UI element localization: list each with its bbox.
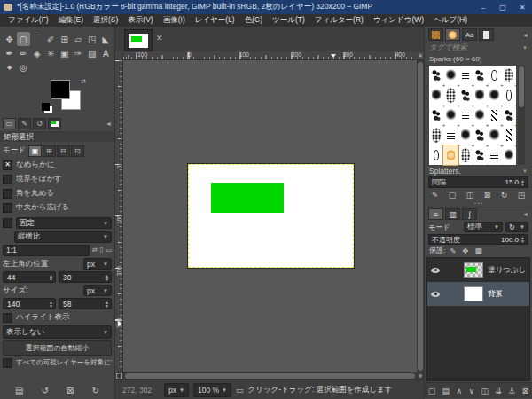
brushes-tab[interactable] xyxy=(445,28,460,41)
lower-layer-button[interactable]: ∨ xyxy=(468,387,474,395)
mode-add-button[interactable]: ⊞ xyxy=(43,145,56,157)
menu-item[interactable]: ファイル(F) xyxy=(4,15,53,26)
visibility-eye-icon[interactable] xyxy=(431,268,440,273)
navigation-preview-button[interactable]: ✥ xyxy=(417,372,424,379)
fixed-checkbox[interactable] xyxy=(3,218,12,228)
brush-item[interactable] xyxy=(458,125,473,145)
guides-dropdown[interactable]: 表示しない ▼ xyxy=(3,325,112,339)
brush-item[interactable] xyxy=(487,85,501,105)
zoom-dropdown[interactable]: 100 % ▼ xyxy=(193,383,231,397)
status-unit-dropdown[interactable]: px ▼ xyxy=(164,383,189,397)
handle-transform-tool[interactable]: ◳ xyxy=(85,32,99,46)
brush-item[interactable] xyxy=(502,66,516,85)
menu-item[interactable]: 画像(I) xyxy=(159,15,190,26)
foreground-color-swatch[interactable] xyxy=(51,80,70,99)
lock-pixels-button[interactable]: ✎ xyxy=(450,246,456,255)
menu-item[interactable]: 選択(S) xyxy=(89,15,122,26)
brush-item[interactable] xyxy=(487,106,501,125)
mode-replace-button[interactable]: ▣ xyxy=(28,145,42,157)
brush-item[interactable] xyxy=(458,66,473,85)
channels-tab[interactable]: ▥ xyxy=(445,208,460,220)
layer-row[interactable]: 塗りつぶし xyxy=(427,258,529,282)
menu-item[interactable]: ヘルプ(H) xyxy=(429,15,472,26)
device-status-tab[interactable]: ✎ xyxy=(18,118,31,129)
clone-tool[interactable]: ▣ xyxy=(58,46,72,60)
raise-layer-button[interactable]: ∧ xyxy=(456,387,462,395)
default-colors-icon[interactable] xyxy=(42,103,50,111)
patterns-tab[interactable] xyxy=(428,28,443,41)
zoom-tool[interactable]: ◎ xyxy=(17,60,31,74)
ink-tool[interactable]: ✒ xyxy=(3,46,17,60)
layer-row[interactable]: 背景 xyxy=(427,282,529,306)
brush-item[interactable] xyxy=(443,85,458,105)
brush-grid-scrollbar[interactable] xyxy=(518,66,525,165)
quick-mask-toggle[interactable] xyxy=(116,373,122,379)
anchor-layer-button[interactable]: ⚓ xyxy=(508,387,515,395)
brush-item[interactable] xyxy=(429,66,443,85)
new-layer-group-button[interactable]: ▤ xyxy=(442,387,450,395)
dock-menu-icon[interactable]: ◄ xyxy=(106,121,112,127)
layers-tab[interactable]: ≡ xyxy=(428,208,443,220)
landscape-icon[interactable]: ▭ xyxy=(106,246,112,254)
brush-item[interactable] xyxy=(429,85,443,105)
smudge-tool[interactable]: ✑ xyxy=(72,46,86,60)
highlight-checkbox[interactable] xyxy=(3,313,12,323)
edit-brush-button[interactable]: ✎ xyxy=(432,191,439,200)
size-unit-dropdown[interactable]: px ▼ xyxy=(83,285,112,296)
open-brush-as-image-button[interactable]: ◳ xyxy=(518,191,526,200)
brush-item[interactable] xyxy=(429,145,443,165)
horizontal-scrollbar[interactable] xyxy=(123,372,417,379)
airbrush-tool[interactable]: ✳ xyxy=(44,46,59,60)
delete-layer-button[interactable]: ⊠ xyxy=(522,387,529,395)
menu-item[interactable]: ツール(T) xyxy=(268,15,309,26)
spinner-arrows-icon[interactable]: ▲▼ xyxy=(105,274,109,281)
images-tab[interactable] xyxy=(48,118,61,129)
menu-item[interactable]: レイヤー(L) xyxy=(191,15,239,26)
menu-item[interactable]: ウィンドウ(W) xyxy=(369,15,428,26)
image-canvas[interactable] xyxy=(188,164,354,268)
auto-shrink-button[interactable]: 選択範囲の自動縮小 xyxy=(3,340,112,356)
minimize-button[interactable]: – xyxy=(473,0,493,14)
brush-item[interactable] xyxy=(473,145,487,165)
shrink-merged-checkbox[interactable] xyxy=(3,358,12,368)
menu-item[interactable]: 色(C) xyxy=(240,15,267,26)
move-tool[interactable]: ✥ xyxy=(3,32,17,46)
brush-item[interactable] xyxy=(487,145,501,165)
close-button[interactable]: ✕ xyxy=(512,0,532,14)
brush-item[interactable] xyxy=(458,145,473,165)
restore-tool-preset-button[interactable]: ↺ xyxy=(42,386,49,395)
fonts-tab[interactable]: Aa xyxy=(462,28,477,41)
ratio-input[interactable]: 1:1 xyxy=(3,245,90,256)
maximize-button[interactable]: ▢ xyxy=(493,0,512,14)
merge-down-button[interactable]: ⇊ xyxy=(495,387,502,395)
gradient-tool[interactable]: ▨ xyxy=(85,46,99,60)
ruler-origin-corner[interactable] xyxy=(115,51,123,60)
spinner-arrows-icon[interactable]: ▲▼ xyxy=(105,301,109,308)
fixed-dropdown[interactable]: 固定 ▼ xyxy=(16,217,112,229)
position-y-input[interactable]: 30 ▲▼ xyxy=(59,271,112,283)
horizontal-ruler[interactable]: -1000100200300400 xyxy=(123,51,417,60)
spinner-arrows-icon[interactable]: ▲▼ xyxy=(49,274,53,281)
bucket-fill-tool[interactable]: ◣ xyxy=(99,32,113,46)
aspect-ratio-dropdown[interactable]: 縦横比 ▼ xyxy=(14,231,112,243)
brush-item[interactable] xyxy=(487,125,501,145)
brush-item[interactable] xyxy=(502,145,516,165)
brush-item[interactable] xyxy=(429,125,443,145)
image-tab[interactable] xyxy=(124,29,153,51)
refresh-brushes-button[interactable]: ↻ xyxy=(501,191,508,200)
paintbrush-tool[interactable]: ✏ xyxy=(17,46,31,60)
position-unit-dropdown[interactable]: px ▼ xyxy=(83,258,112,270)
paths-tab[interactable]: ∫ xyxy=(462,208,477,220)
spinner-arrows-icon[interactable]: ▲▼ xyxy=(520,236,525,243)
swap-colors-icon[interactable]: ⇄ xyxy=(81,78,86,85)
brush-item[interactable] xyxy=(443,145,458,165)
tool-options-tab[interactable]: ▭ xyxy=(3,118,16,129)
zoom-follow-toggle[interactable]: ▣ xyxy=(417,51,424,60)
brush-item[interactable] xyxy=(502,106,516,125)
brush-item[interactable] xyxy=(487,66,501,85)
option-3-checkbox[interactable] xyxy=(3,203,12,213)
spinner-arrows-icon[interactable]: ▲▼ xyxy=(520,179,525,186)
brush-item[interactable] xyxy=(473,66,487,85)
opacity-slider[interactable]: 不透明度 100.0 ▲▼ xyxy=(428,234,528,245)
brush-item[interactable] xyxy=(502,85,516,105)
